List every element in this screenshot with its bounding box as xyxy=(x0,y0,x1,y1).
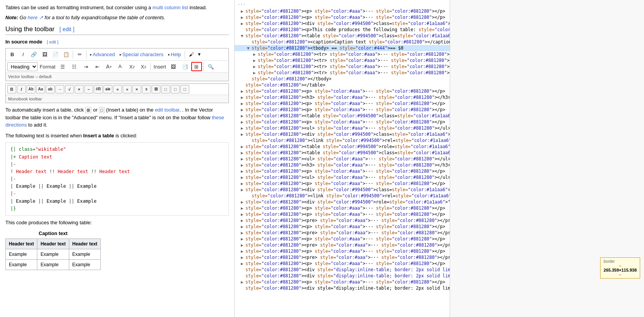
dom-triangle-icon[interactable]: ▶ xyxy=(241,218,245,223)
dom-row[interactable]: ▼style="color:#881280"><tbody> == style=… xyxy=(235,45,450,51)
dom-triangle-icon[interactable]: ▶ xyxy=(253,58,258,63)
dom-triangle-icon[interactable]: ▶ xyxy=(241,212,245,217)
outdent-btn[interactable]: ⇤ xyxy=(92,62,103,71)
mono-lquote[interactable]: « xyxy=(113,85,122,93)
insert-image-btn[interactable]: 🖼 xyxy=(168,62,179,71)
dom-row[interactable]: style="color:#881280"></tbody> xyxy=(235,76,450,82)
dom-triangle-icon[interactable]: ▶ xyxy=(241,230,245,235)
dom-row[interactable]: ▶style="color:#881280"><pre> style="colo… xyxy=(235,254,450,260)
indent-btn[interactable]: ⇥ xyxy=(80,62,91,71)
mono-ab[interactable]: Ab xyxy=(27,85,35,93)
mono-sqrt[interactable]: √ xyxy=(65,85,74,93)
insert-ref-btn[interactable]: 📑 xyxy=(180,62,190,71)
link-button[interactable]: 🔗 xyxy=(29,50,39,59)
dom-triangle-icon[interactable]: ▶ xyxy=(241,157,245,162)
mono-bold[interactable]: B xyxy=(7,85,16,93)
dom-triangle-icon[interactable]: ▶ xyxy=(241,150,245,155)
here-link[interactable]: here ↗ xyxy=(28,15,43,20)
mono-times2[interactable]: × xyxy=(132,85,141,93)
dom-row[interactable]: ▼style="color:#881280"><table style="col… xyxy=(235,33,450,39)
italic-button[interactable]: I xyxy=(18,50,28,59)
dom-triangle-icon[interactable]: ▶ xyxy=(241,163,245,168)
dom-triangle-icon[interactable]: ▶ xyxy=(241,181,245,186)
dom-row[interactable]: ▶style="color:#881280"><p> style="color:… xyxy=(235,211,450,217)
dom-row[interactable]: ▶style="color:#881280"><p> style="color:… xyxy=(235,180,450,187)
mono-str[interactable]: str xyxy=(103,85,112,93)
dom-triangle-icon[interactable]: ▶ xyxy=(253,52,258,57)
unordered-list-btn[interactable]: ☰ xyxy=(57,62,68,71)
dom-row[interactable]: ▶style="color:#881280"><p> style="color:… xyxy=(235,168,450,174)
dom-row[interactable]: ▶style="color:#881280"><table style="col… xyxy=(235,143,450,150)
mono-img2[interactable]: □ xyxy=(171,85,180,93)
dom-triangle-icon[interactable]: ▶ xyxy=(241,224,245,229)
dom-triangle-icon[interactable]: ▶ xyxy=(241,120,245,125)
mono-times[interactable]: × xyxy=(75,85,83,93)
dom-row[interactable]: ▶style="color:#881280"><p> style="color:… xyxy=(235,236,450,242)
dom-triangle-icon[interactable]: ▶ xyxy=(241,261,245,266)
scroll-indicator[interactable]: ... xyxy=(235,0,450,7)
dom-triangle-icon[interactable]: ▶ xyxy=(241,113,245,118)
dom-row[interactable]: style="color:#881280"><div style="displa… xyxy=(235,273,450,279)
bold-button[interactable]: B xyxy=(7,50,17,59)
template-button[interactable]: 📋 xyxy=(61,50,71,59)
multi-column-link[interactable]: multi column list xyxy=(152,5,188,10)
paint-button[interactable]: 🖌 xyxy=(187,50,197,59)
paint-arrow[interactable]: ▼ xyxy=(197,51,202,58)
ordered-list-btn[interactable]: ☷ xyxy=(69,62,80,71)
dom-row[interactable]: ▶style="color:#881280"><tr> style="color… xyxy=(235,57,450,63)
dom-row[interactable]: style="color:#881280"><div style="displa… xyxy=(235,285,450,291)
edit-toolbar-link[interactable]: edit toolbar xyxy=(155,107,180,113)
dom-triangle-icon[interactable]: ▶ xyxy=(241,126,245,131)
mono-ab2[interactable]: ab xyxy=(46,85,55,93)
dom-row[interactable]: ▶style="color:#881280"><table style="col… xyxy=(235,150,450,156)
sub-btn[interactable]: X2 xyxy=(138,62,149,71)
mono-aa[interactable]: Aa xyxy=(36,85,45,93)
mono-rquote[interactable]: » xyxy=(123,85,132,93)
dom-triangle-icon[interactable]: ▶ xyxy=(241,200,245,205)
insert-table-btn[interactable]: ⊞ xyxy=(191,62,202,71)
dom-row[interactable]: ▶style="color:#881280"><p> style="color:… xyxy=(235,260,450,267)
dom-triangle-icon[interactable]: ▶ xyxy=(241,95,245,100)
dom-row[interactable]: style="color:#881280"><p>This code produ… xyxy=(235,27,450,33)
dom-row[interactable]: ▶style="color:#881280"><tr> style="color… xyxy=(235,70,450,76)
dom-triangle-icon[interactable]: ▶ xyxy=(241,187,245,192)
mono-italic[interactable]: I xyxy=(17,85,26,93)
section-edit-link[interactable]: edit xyxy=(62,26,71,32)
dom-triangle-icon[interactable]: ▶ xyxy=(241,255,245,260)
dom-row[interactable]: ▶style="color:#881280"><p> style="color:… xyxy=(235,224,450,230)
small-btn[interactable]: A- xyxy=(115,62,126,71)
dom-row[interactable]: ▶style="color:#881280"><p> style="color:… xyxy=(235,119,450,125)
dom-row[interactable]: ▶style="color:#881280"><p> style="color:… xyxy=(235,248,450,254)
dom-row[interactable]: style="color:#881280"><div style="displa… xyxy=(235,267,450,273)
dom-row[interactable]: ▶style="color:#881280"><h3> style="color… xyxy=(235,94,450,100)
dom-row[interactable]: ▶style="color:#881280"><p> style="color:… xyxy=(235,88,450,94)
mono-hashR[interactable]: #R xyxy=(94,85,103,93)
dom-row[interactable]: ▶style="color:#881280"><ul> style="color… xyxy=(235,174,450,180)
big-btn[interactable]: A+ xyxy=(103,62,114,71)
dom-row[interactable]: style="color:#881280"><link style="color… xyxy=(235,193,450,199)
special-dropdown[interactable]: ▸ Special characters xyxy=(118,50,165,60)
dom-row[interactable]: ▶style="color:#881280"><pre> style="colo… xyxy=(235,242,450,248)
image-button[interactable]: 🖼 xyxy=(40,50,50,59)
mono-img1[interactable]: □ xyxy=(161,85,170,93)
subsection-edit-link[interactable]: edit xyxy=(49,40,56,44)
dom-triangle-icon[interactable]: ▶ xyxy=(241,169,245,174)
dom-row[interactable]: ▶style="color:#881280"><pre> style="colo… xyxy=(235,217,450,224)
search-replace-btn[interactable]: 🔍 xyxy=(205,62,216,71)
dom-row[interactable]: ▶style="color:#881280"><div style="color… xyxy=(235,131,450,137)
dom-row[interactable]: ▶style="color:#881280"><ul> style="color… xyxy=(235,125,450,131)
dom-row[interactable]: ▶style="color:#881280"><p> style="color:… xyxy=(235,14,450,20)
mono-table[interactable]: ⊞ xyxy=(152,85,160,93)
dom-row[interactable]: style="color:#881280"><link style="color… xyxy=(235,137,450,143)
dom-row[interactable]: style="color:#881280"></table> xyxy=(235,82,450,88)
sup-btn[interactable]: X2 xyxy=(127,62,137,71)
dom-row[interactable]: ▶style="color:#881280"><table style="col… xyxy=(235,113,450,119)
media-button[interactable]: 📄 xyxy=(50,50,60,59)
dom-row[interactable]: ▶style="color:#881280"><p> style="color:… xyxy=(235,107,450,113)
dom-triangle-icon[interactable]: ▶ xyxy=(241,243,245,248)
dom-row[interactable]: ▶style="color:#881280"><p> style="color:… xyxy=(235,8,450,14)
heading-select[interactable]: Heading xyxy=(7,62,38,71)
dom-triangle-icon[interactable]: ▶ xyxy=(253,64,258,69)
advanced-dropdown[interactable]: ▸ Advanced xyxy=(88,50,117,60)
dom-row[interactable]: ▶style="color:#881280"><pre> style="colo… xyxy=(235,230,450,236)
